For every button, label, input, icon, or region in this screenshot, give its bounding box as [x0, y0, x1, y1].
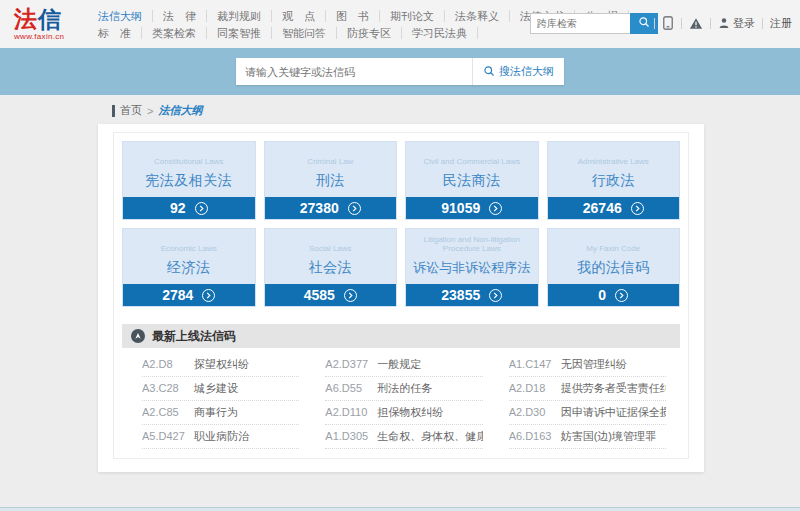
code-title: 刑法的任务 [377, 382, 432, 394]
register-button[interactable]: 注册 [770, 16, 792, 31]
latest-code-item[interactable]: A6.D55刑法的任务 [325, 377, 482, 401]
latest-code-item[interactable]: A5.D427职业病防治 [142, 425, 299, 449]
header-utility: 登录 注册 [647, 13, 792, 33]
divider [762, 18, 763, 29]
category-tiles: Constitutional Laws 宪法及相关法 92 Criminal L… [122, 141, 680, 307]
code-title: 担保物权纠纷 [377, 406, 443, 418]
tile-count-bar: 4585 [265, 284, 397, 306]
breadcrumb-separator: > [147, 105, 153, 117]
code-label: A5.D427 [142, 425, 188, 448]
tile-zh-label: 经济法 [123, 259, 255, 277]
code-label: A6.D163 [509, 425, 555, 448]
circle-arrow-right-icon [631, 202, 644, 215]
nav-item-same-case-push[interactable]: 同案智推 [207, 27, 272, 39]
tile-zh-label: 诉讼与非诉讼程序法 [406, 259, 538, 277]
tile-count: 23855 [441, 287, 480, 303]
cross-db-search-input[interactable] [530, 13, 630, 34]
latest-code-item[interactable]: A2.D110担保物权纠纷 [325, 401, 482, 425]
tile-zh-label: 刑法 [265, 172, 397, 190]
tile-count: 0 [598, 287, 606, 303]
mobile-app-button[interactable] [662, 16, 674, 30]
tile-social-laws[interactable]: Social Laws 社会法 4585 [264, 228, 398, 307]
nav-item-faxin-outline[interactable]: 法信大纲 [88, 10, 153, 22]
top-header: 法信 www.faxin.cn 法信大纲 法 律 裁判规则 观 点 图 书 期刊… [0, 0, 800, 48]
code-label: A2.C85 [142, 401, 188, 424]
outline-search-input[interactable] [236, 58, 472, 85]
code-label: A1.D305 [325, 425, 371, 448]
breadcrumb-marker [112, 105, 115, 117]
divider [681, 18, 682, 29]
tile-civil-commercial-laws[interactable]: Civil and Commercial Laws 民法商法 91059 [405, 141, 539, 220]
circle-arrow-right-icon [348, 202, 361, 215]
nav-item-smart-qa[interactable]: 智能问答 [272, 27, 337, 39]
tile-count-bar: 91059 [406, 197, 538, 219]
circle-arrow-right-icon [489, 289, 502, 302]
nav-item-similar-case-search[interactable]: 类案检索 [142, 27, 207, 39]
tile-count-bar: 0 [548, 284, 680, 306]
outline-content: Constitutional Laws 宪法及相关法 92 Criminal L… [113, 132, 689, 459]
divider [710, 18, 711, 29]
tile-count: 2784 [162, 287, 193, 303]
nav-item-civil-code-study[interactable]: 学习民法典 [402, 27, 478, 39]
logo-text: 法信 [14, 7, 78, 31]
breadcrumb-current: 法信大纲 [158, 103, 202, 118]
outline-search: 搜法信大纲 [236, 58, 564, 85]
tile-my-faxin-code[interactable]: My Faxin Code 我的法信码 0 [547, 228, 681, 307]
notice-button[interactable] [689, 17, 703, 30]
logo-char-fa: 法 [14, 6, 38, 32]
tile-count-bar: 23855 [406, 284, 538, 306]
breadcrumb-home-link[interactable]: 首页 [120, 103, 142, 118]
tile-en-label: Economic Laws [123, 229, 255, 253]
logo[interactable]: 法信 www.faxin.cn [14, 7, 78, 41]
code-title: 一般规定 [377, 358, 421, 370]
tile-zh-label: 我的法信码 [548, 259, 680, 277]
nav-item-law[interactable]: 法 律 [153, 10, 207, 22]
register-label: 注册 [770, 16, 792, 31]
code-title: 探望权纠纷 [194, 358, 249, 370]
nav-item-epidemic-zone[interactable]: 防疫专区 [337, 27, 402, 39]
nav-item-journals[interactable]: 期刊论文 [380, 10, 445, 22]
code-label: A1.C147 [509, 353, 555, 376]
nav-item-article-interpretation[interactable]: 法条释义 [445, 10, 510, 22]
latest-code-item[interactable]: A2.D30因申请诉中证据保全损... [509, 401, 666, 425]
code-label: A2.D377 [325, 353, 371, 376]
circle-arrow-right-icon [202, 289, 215, 302]
latest-code-item[interactable]: A3.C28城乡建设 [142, 377, 299, 401]
code-title: 妨害国(边)境管理罪 [561, 430, 656, 442]
nav-item-viewpoints[interactable]: 观 点 [272, 10, 326, 22]
footer-strip [0, 507, 800, 511]
latest-code-item[interactable]: A1.C147无因管理纠纷 [509, 353, 666, 377]
tile-criminal-law[interactable]: Criminal Law 刑法 27380 [264, 141, 398, 220]
latest-code-item[interactable]: A2.C85商事行为 [142, 401, 299, 425]
latest-code-item[interactable]: A2.D18提供劳务者受害责任纠... [509, 377, 666, 401]
code-label: A2.D110 [325, 401, 371, 424]
tile-en-label: Litigation and Non-litigation Procedure … [406, 229, 538, 253]
tile-administrative-laws[interactable]: Administrative Laws 行政法 26746 [547, 141, 681, 220]
circle-arrow-right-icon [344, 289, 357, 302]
search-banner: 搜法信大纲 [0, 48, 800, 95]
circle-arrow-right-icon [615, 289, 628, 302]
code-title: 生命权、身体权、健康... [377, 430, 482, 442]
tile-constitutional-laws[interactable]: Constitutional Laws 宪法及相关法 92 [122, 141, 256, 220]
tile-count-bar: 92 [123, 197, 255, 219]
tile-litigation-procedure-laws[interactable]: Litigation and Non-litigation Procedure … [405, 228, 539, 307]
nav-item-books[interactable]: 图 书 [326, 10, 380, 22]
latest-code-item[interactable]: A2.D8探望权纠纷 [142, 353, 299, 377]
logo-char-xin: 信 [38, 6, 62, 32]
nav-item-standards[interactable]: 标 准 [88, 27, 142, 39]
tile-en-label: Criminal Law [265, 142, 397, 166]
code-title: 无因管理纠纷 [561, 358, 627, 370]
latest-code-item[interactable]: A2.D377一般规定 [325, 353, 482, 377]
section-badge-icon [131, 329, 145, 343]
tile-en-label: Administrative Laws [548, 142, 680, 166]
outline-search-button[interactable]: 搜法信大纲 [472, 58, 564, 85]
latest-codes-title: 最新上线法信码 [152, 328, 236, 345]
login-button[interactable]: 登录 [718, 16, 755, 31]
tile-zh-label: 民法商法 [406, 172, 538, 190]
mobile-phone-icon [662, 16, 674, 30]
nav-item-judgment-rules[interactable]: 裁判规则 [207, 10, 272, 22]
latest-code-item[interactable]: A6.D163妨害国(边)境管理罪 [509, 425, 666, 449]
tile-economic-laws[interactable]: Economic Laws 经济法 2784 [122, 228, 256, 307]
tile-count-bar: 26746 [548, 197, 680, 219]
latest-code-item[interactable]: A1.D305生命权、身体权、健康... [325, 425, 482, 449]
